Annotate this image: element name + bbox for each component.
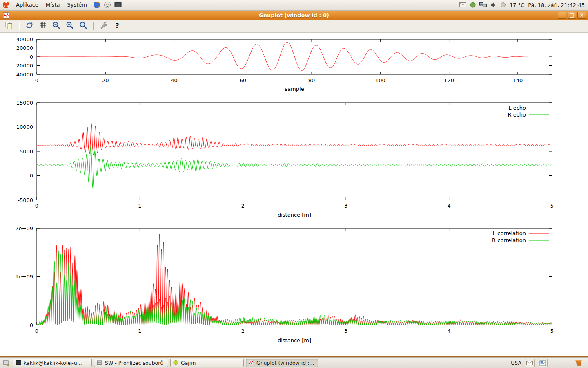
svg-text:>_: >_ bbox=[16, 361, 20, 364]
x-tick-label: 5 bbox=[550, 328, 554, 334]
gnuplot-window: Gnuplot (window id : 0) _ □ × bbox=[0, 11, 588, 357]
gajim-icon bbox=[173, 360, 178, 366]
series-l-correlation bbox=[37, 234, 552, 325]
help-launcher-icon[interactable] bbox=[104, 1, 111, 9]
next-zoom-button[interactable] bbox=[65, 21, 75, 31]
ubuntu-logo-icon[interactable] bbox=[0, 1, 12, 9]
show-desktop-button[interactable] bbox=[2, 360, 11, 366]
legend-label: L correlation bbox=[493, 230, 526, 236]
y-tick-label: 20000 bbox=[16, 45, 33, 51]
zoom-autoscale-magnifier-icon bbox=[79, 21, 88, 31]
series-l-echo bbox=[37, 124, 552, 155]
legend-label: R correlation bbox=[492, 237, 526, 243]
legend: L echoR echo bbox=[508, 105, 549, 118]
x-tick-label: 0 bbox=[35, 328, 38, 334]
refresh-icon bbox=[25, 21, 34, 31]
legend-label: L echo bbox=[508, 105, 526, 111]
task-button-file-browser[interactable]: SW - Prohlížeč souborů bbox=[94, 359, 168, 367]
x-tick-label: 4 bbox=[447, 203, 450, 209]
x-tick-label: 1 bbox=[138, 328, 141, 334]
volume-icon[interactable] bbox=[490, 2, 497, 8]
legend-label: R echo bbox=[508, 112, 526, 118]
firefox-launcher-icon[interactable] bbox=[93, 1, 100, 9]
menu-places[interactable]: Místa bbox=[42, 0, 64, 10]
copy-icon bbox=[4, 21, 13, 31]
mail-notification-icon[interactable] bbox=[459, 2, 466, 7]
window-controls: _ □ × bbox=[558, 12, 586, 19]
autoscale-button[interactable] bbox=[78, 21, 89, 31]
menu-system[interactable]: Systém bbox=[63, 0, 90, 10]
zoom-in-magnifier-icon bbox=[65, 21, 74, 31]
trash-icon[interactable] bbox=[575, 359, 584, 367]
help-icon: ? bbox=[113, 21, 122, 31]
y-tick-label: 2e+09 bbox=[15, 225, 33, 231]
mail-tray-icon[interactable] bbox=[525, 359, 535, 367]
menu-applications[interactable]: Aplikace bbox=[12, 0, 42, 10]
y-tick-label: 15000 bbox=[16, 100, 33, 106]
y-tick-label: -20000 bbox=[14, 63, 33, 69]
keyboard-layout-label[interactable]: USA bbox=[511, 360, 521, 366]
x-tick-label: 2 bbox=[241, 328, 245, 334]
x-tick-label: 20 bbox=[102, 77, 109, 83]
series-r-echo bbox=[37, 146, 552, 188]
toolbar: ? bbox=[0, 20, 588, 33]
terminal-icon: >_ bbox=[16, 360, 21, 366]
x-tick-label: 120 bbox=[444, 77, 454, 83]
x-axis-label: distance [m] bbox=[278, 337, 311, 343]
network-monitors-icon[interactable] bbox=[479, 2, 487, 8]
chart-echo[interactable]: 012345-5000050001000015000distance [m]L … bbox=[0, 97, 588, 222]
x-tick-label: 0 bbox=[35, 77, 38, 83]
previous-zoom-button[interactable] bbox=[51, 21, 62, 31]
y-tick-label: 0 bbox=[30, 322, 33, 328]
task-button-gnuplot[interactable]: Gnuplot (window id : 0) bbox=[246, 359, 318, 367]
maximize-button[interactable]: □ bbox=[568, 12, 576, 19]
x-tick-label: 3 bbox=[344, 328, 347, 334]
panel-launchers bbox=[93, 1, 122, 9]
y-tick-label: -40000 bbox=[14, 72, 33, 78]
gnuplot-icon bbox=[249, 360, 254, 366]
taskbar: >_ kaklik@kaklik-kolej-u... SW - Prohlíž… bbox=[0, 357, 588, 368]
x-tick-label: 140 bbox=[512, 77, 523, 83]
x-tick-label: 5 bbox=[550, 203, 554, 209]
plot-canvas[interactable]: 020406080100120140-40000-200000200004000… bbox=[0, 33, 588, 356]
x-tick-label: 60 bbox=[240, 77, 247, 83]
terminal-launcher-icon[interactable] bbox=[114, 2, 122, 8]
y-tick-label: 5000 bbox=[20, 148, 33, 155]
toolbar-separator bbox=[93, 22, 94, 30]
toggle-grid-button[interactable] bbox=[38, 21, 48, 31]
task-button-gajim[interactable]: Gajim bbox=[170, 359, 244, 367]
task-label: Gajim bbox=[181, 360, 196, 366]
x-tick-label: 0 bbox=[35, 203, 38, 209]
task-button-terminal[interactable]: >_ kaklik@kaklik-kolej-u... bbox=[13, 359, 92, 367]
help-button[interactable]: ? bbox=[112, 21, 122, 31]
minimize-button[interactable]: _ bbox=[558, 12, 566, 19]
window-list-icon[interactable] bbox=[538, 359, 548, 367]
temperature-label: 17 °C bbox=[510, 2, 524, 8]
titlebar[interactable]: Gnuplot (window id : 0) _ □ × bbox=[0, 11, 588, 20]
x-tick-label: 100 bbox=[375, 77, 385, 83]
copy-to-clipboard-button[interactable] bbox=[4, 21, 14, 31]
legend: L correlationR correlation bbox=[492, 230, 549, 243]
axes: 020406080100120140-40000-200000200004000… bbox=[14, 36, 552, 84]
y-tick-label: 0 bbox=[30, 173, 33, 179]
task-label: kaklik@kaklik-kolej-u... bbox=[24, 360, 82, 366]
software-update-icon[interactable] bbox=[470, 2, 476, 8]
configure-button[interactable] bbox=[98, 21, 109, 31]
axes: 012345-5000050001000015000 bbox=[16, 100, 554, 209]
x-tick-label: 80 bbox=[308, 77, 315, 83]
chart-correlation[interactable]: 01234501e+092e+09distance [m]L correlati… bbox=[0, 222, 588, 350]
x-axis-label: sample bbox=[285, 86, 304, 92]
wrench-icon bbox=[99, 21, 108, 31]
y-tick-label: 40000 bbox=[16, 36, 33, 43]
clock-label[interactable]: Pá, 18. září, 21:42:45 bbox=[528, 2, 585, 8]
weather-icon[interactable] bbox=[500, 2, 506, 8]
series-line0 bbox=[37, 42, 528, 70]
close-button[interactable]: × bbox=[577, 12, 586, 19]
file-manager-icon bbox=[97, 360, 102, 366]
zoom-out-magnifier-icon bbox=[52, 21, 61, 31]
svg-text:?: ? bbox=[115, 22, 119, 29]
replot-button[interactable] bbox=[24, 21, 35, 31]
panel-indicators: 17 °C Pá, 18. září, 21:42:45 bbox=[459, 2, 588, 8]
chart-sample-waveform[interactable]: 020406080100120140-40000-200000200004000… bbox=[0, 35, 588, 97]
grid-icon bbox=[38, 21, 47, 31]
